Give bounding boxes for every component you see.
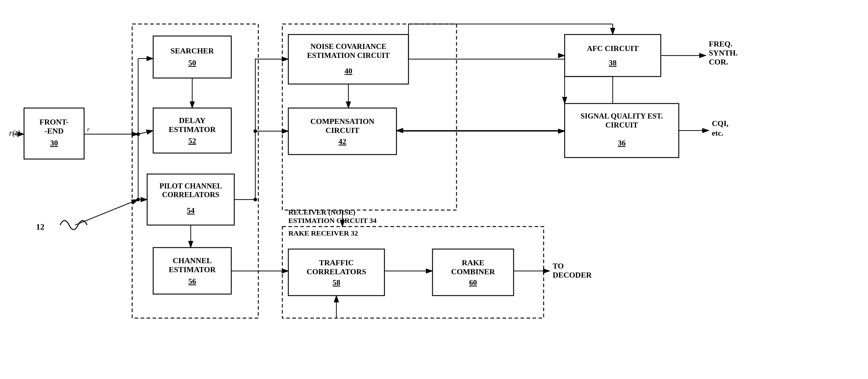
signal-quality-block — [565, 104, 679, 158]
svg-text:NOISE COVARIANCE: NOISE COVARIANCE — [310, 42, 386, 50]
svg-text:COMBINER: COMBINER — [451, 267, 495, 276]
diagram-svg: FRONT- -END 30 SEARCHER 50 DELAY ESTIMAT… — [0, 0, 868, 379]
svg-text:CHANNEL: CHANNEL — [173, 256, 212, 265]
svg-text:58: 58 — [333, 278, 340, 287]
svg-text:60: 60 — [469, 278, 477, 287]
svg-text:54: 54 — [187, 206, 195, 215]
svg-text:CQI,: CQI, — [712, 119, 728, 128]
svg-text:ESTIMATION CIRCUIT: ESTIMATION CIRCUIT — [307, 51, 390, 60]
svg-text:COMPENSATION: COMPENSATION — [310, 117, 375, 126]
svg-text:52: 52 — [188, 137, 196, 145]
svg-text:SEARCHER: SEARCHER — [170, 46, 214, 55]
svg-text:SIGNAL QUALITY EST.: SIGNAL QUALITY EST. — [581, 112, 663, 120]
svg-text:12: 12 — [36, 222, 44, 231]
svg-text:DELAY: DELAY — [179, 116, 206, 125]
svg-text:SYNTH.: SYNTH. — [709, 48, 738, 57]
svg-text:56: 56 — [188, 277, 196, 286]
svg-text:PILOT CHANNEL: PILOT CHANNEL — [159, 182, 222, 190]
svg-text:etc.: etc. — [712, 129, 723, 137]
svg-text:-END: -END — [44, 127, 64, 135]
svg-text:RECEIVER (NOISE): RECEIVER (NOISE) — [288, 208, 355, 216]
svg-text:RAKE RECEIVER 32: RAKE RECEIVER 32 — [288, 229, 358, 237]
svg-text:CIRCUIT: CIRCUIT — [606, 121, 638, 129]
svg-text:CORRELATORS: CORRELATORS — [307, 267, 366, 276]
svg-text:ESTIMATOR: ESTIMATOR — [169, 125, 216, 134]
svg-text:COR.: COR. — [709, 58, 728, 66]
svg-text:FREQ.: FREQ. — [709, 40, 733, 48]
svg-text:ESTIMATION CIRCUIT 34: ESTIMATION CIRCUIT 34 — [288, 217, 377, 225]
svg-text:AFC CIRCUIT: AFC CIRCUIT — [587, 44, 639, 53]
svg-text:RAKE: RAKE — [462, 259, 484, 267]
svg-text:r: r — [87, 126, 90, 133]
svg-text:38: 38 — [609, 59, 617, 67]
svg-text:r(t): r(t) — [9, 128, 20, 137]
svg-point-47 — [253, 198, 257, 201]
svg-line-39 — [138, 131, 153, 134]
diagram-container: FRONT- -END 30 SEARCHER 50 DELAY ESTIMAT… — [0, 0, 868, 379]
svg-text:ESTIMATOR: ESTIMATOR — [169, 265, 216, 274]
svg-text:FRONT-: FRONT- — [39, 117, 68, 126]
svg-text:TO: TO — [553, 262, 564, 270]
svg-text:CORRELATORS: CORRELATORS — [162, 191, 220, 199]
svg-text:CIRCUIT: CIRCUIT — [326, 126, 360, 135]
svg-text:50: 50 — [188, 59, 196, 67]
svg-text:36: 36 — [618, 139, 626, 147]
svg-text:DECODER: DECODER — [553, 271, 592, 279]
svg-text:TRAFFIC: TRAFFIC — [319, 259, 354, 267]
svg-line-81 — [75, 200, 138, 225]
searcher-block — [153, 36, 231, 78]
svg-text:42: 42 — [339, 137, 346, 146]
svg-text:40: 40 — [344, 67, 352, 75]
svg-text:30: 30 — [50, 139, 58, 147]
afc-circuit-block — [565, 35, 661, 76]
